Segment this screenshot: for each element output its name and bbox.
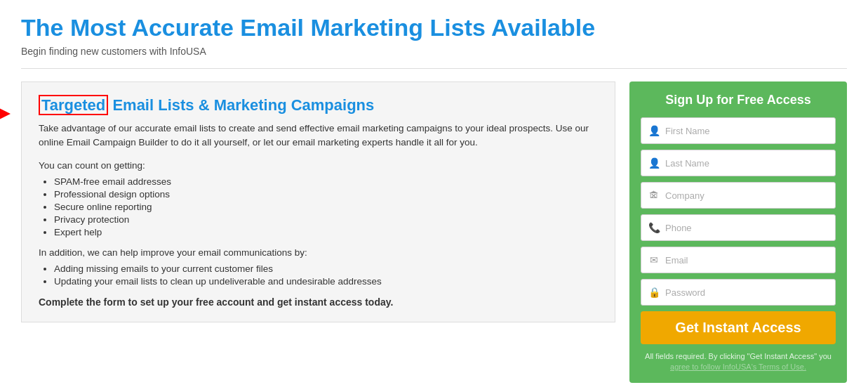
get-instant-access-button[interactable]: Get Instant Access [641, 311, 836, 344]
email-field[interactable]: ✉ [641, 247, 836, 273]
divider [21, 68, 847, 69]
arrow-icon [0, 87, 16, 121]
email-input[interactable] [665, 255, 828, 266]
list-item: Secure online reporting [54, 202, 598, 212]
page-subtitle: Begin finding new customers with InfoUSA [21, 46, 847, 57]
company-input[interactable] [665, 190, 828, 201]
main-content: Targeted Email Lists & Marketing Campaig… [21, 81, 847, 383]
building-icon: 🏚 [648, 190, 660, 201]
targeted-word: Targeted [39, 95, 108, 115]
list-item: SPAM-free email addresses [54, 176, 598, 187]
last-name-input[interactable] [665, 158, 828, 169]
list-item: Adding missing emails to your current cu… [54, 263, 598, 274]
heading-rest: Email Lists & Marketing Campaigns [108, 96, 374, 114]
description: Take advantage of our accurate email lis… [39, 122, 598, 150]
last-name-field[interactable]: 👤 [641, 150, 836, 176]
right-panel: Sign Up for Free Access 👤 👤 🏚 📞 [629, 81, 847, 383]
email-icon: ✉ [648, 254, 660, 266]
list-item: Expert help [54, 227, 598, 237]
phone-field[interactable]: 📞 [641, 214, 836, 241]
terms-text: All fields required. By clicking "Get In… [641, 351, 836, 373]
person-icon: 👤 [648, 125, 660, 136]
password-field[interactable]: 🔒 [641, 279, 836, 306]
lock-icon: 🔒 [648, 287, 660, 298]
list-item: Professional design options [54, 189, 598, 200]
person-icon: 👤 [648, 157, 660, 169]
phone-input[interactable] [665, 223, 828, 233]
left-panel: Targeted Email Lists & Marketing Campaig… [21, 81, 615, 322]
bullet-list-1: SPAM-free email addresses Professional d… [54, 176, 598, 237]
complete-form: Complete the form to set up your free ac… [39, 296, 598, 308]
in-addition: In addition, we can help improve your em… [39, 247, 598, 258]
page-title: The Most Accurate Email Marketing Lists … [21, 14, 847, 41]
password-input[interactable] [665, 287, 828, 298]
first-name-field[interactable]: 👤 [641, 117, 836, 144]
list-item: Updating your email lists to clean up un… [54, 276, 598, 287]
company-field[interactable]: 🏚 [641, 182, 836, 209]
svg-marker-1 [0, 107, 11, 121]
first-name-input[interactable] [665, 126, 828, 136]
terms-link[interactable]: agree to follow InfoUSA's Terms of Use. [670, 362, 806, 371]
phone-icon: 📞 [648, 222, 660, 233]
section-heading: Targeted Email Lists & Marketing Campaig… [39, 96, 598, 115]
page-wrapper: The Most Accurate Email Marketing Lists … [0, 0, 868, 392]
list-item: Privacy protection [54, 214, 598, 225]
bullet-list-2: Adding missing emails to your current cu… [54, 263, 598, 287]
signup-title: Sign Up for Free Access [641, 93, 836, 107]
you-can-count: You can count on getting: [39, 160, 598, 171]
